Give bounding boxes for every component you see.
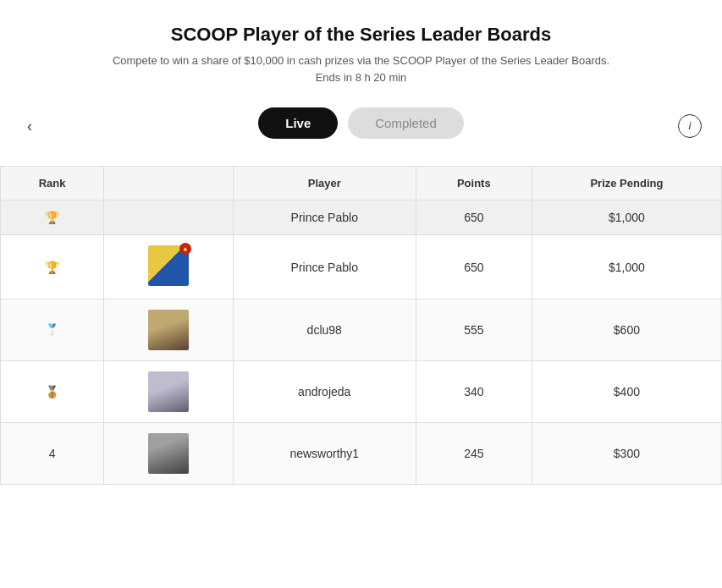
col-points: Points <box>416 167 532 201</box>
leaderboard-table: Rank Player Points Prize Pending 🏆Prince… <box>0 166 722 485</box>
rank-cell: 🥈 <box>1 299 104 361</box>
table-row: 🏆♠Prince Pablo650$1,000 <box>1 235 722 299</box>
prize-value: $600 <box>532 299 721 361</box>
tab-live[interactable]: Live <box>258 107 338 139</box>
avatar-cell <box>104 299 234 361</box>
points-value: 650 <box>416 201 532 235</box>
table-row: 🥉androjeda340$400 <box>1 361 722 423</box>
points-value: 555 <box>416 299 532 361</box>
points-value: 245 <box>416 423 532 485</box>
avatar-cell <box>104 201 234 235</box>
prize-value: $1,000 <box>532 201 721 235</box>
prize-value: $1,000 <box>532 235 721 299</box>
col-prize: Prize Pending <box>532 167 721 201</box>
rank-cell: 🥉 <box>1 361 104 423</box>
table-row: 🏆Prince Pablo650$1,000 <box>1 201 722 235</box>
avatar <box>148 371 189 412</box>
tab-completed[interactable]: Completed <box>348 107 464 139</box>
page-title: SCOOP Player of the Series Leader Boards <box>68 24 654 46</box>
prize-value: $300 <box>532 423 721 485</box>
prize-value: $400 <box>532 361 721 423</box>
points-value: 340 <box>416 361 532 423</box>
player-name: androjeda <box>233 361 416 423</box>
info-button[interactable]: i <box>678 114 702 138</box>
player-name: Prince Pablo <box>233 235 416 299</box>
tabs: Live Completed <box>258 107 464 139</box>
back-button[interactable]: ‹ <box>20 113 39 138</box>
table-header-row: Rank Player Points Prize Pending <box>1 167 722 201</box>
rank-cell: 🏆 <box>1 235 104 299</box>
avatar <box>148 310 189 350</box>
table-row: 🥈dclu98555$600 <box>1 299 722 361</box>
header-subtitle: Compete to win a share of $10,000 in cas… <box>68 52 654 85</box>
col-rank: Rank <box>1 167 104 201</box>
header-section: SCOOP Player of the Series Leader Boards… <box>0 0 722 99</box>
col-player: Player <box>233 167 416 201</box>
rank-cell: 🏆 <box>1 201 104 235</box>
avatar-cell: ♠ <box>104 235 234 299</box>
player-name: dclu98 <box>233 299 416 361</box>
table-row: 4newsworthy1245$300 <box>1 423 722 485</box>
col-avatar <box>104 167 234 201</box>
subtitle-line1: Compete to win a share of $10,000 in cas… <box>113 54 609 67</box>
avatar-cell <box>104 423 234 485</box>
avatar <box>148 433 189 474</box>
avatar-cell <box>104 361 234 423</box>
player-name: newsworthy1 <box>233 423 416 485</box>
points-value: 650 <box>416 235 532 299</box>
nav-row: ‹ Live Completed i <box>0 99 722 152</box>
subtitle-line2: Ends in 8 h 20 min <box>316 71 407 84</box>
rank-cell: 4 <box>1 423 104 485</box>
player-name: Prince Pablo <box>233 201 416 235</box>
